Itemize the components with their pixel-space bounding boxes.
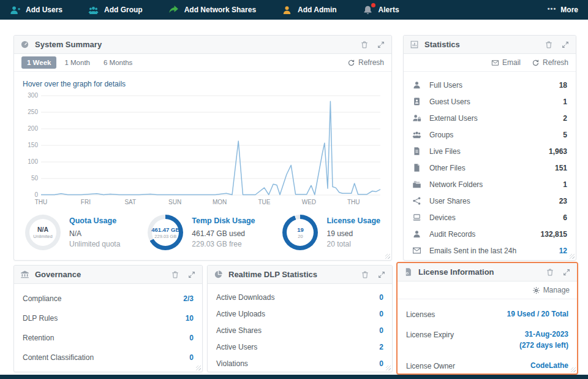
topbar-item[interactable]: Add Admin xyxy=(282,5,337,15)
dlp-value[interactable]: 2 xyxy=(379,343,383,351)
summary-stat-title[interactable]: Temp Disk Usage xyxy=(192,216,255,225)
refresh-button[interactable]: Refresh xyxy=(347,58,384,67)
refresh-button[interactable]: Refresh xyxy=(532,58,568,67)
dlp-label: Active Downloads xyxy=(216,293,274,302)
dlp-value[interactable]: 0 xyxy=(379,293,383,302)
license-label: License Owner xyxy=(406,361,455,370)
stat-row: Full Users 18 xyxy=(404,77,576,93)
dlp-row: Violations 0 xyxy=(208,355,392,372)
topbar-item-label: Add Group xyxy=(104,6,143,14)
expand-icon[interactable] xyxy=(561,40,570,49)
dlp-value[interactable]: 0 xyxy=(379,359,383,368)
license-icon xyxy=(404,267,413,277)
summary-stat-line2: 229.03 GB free xyxy=(192,240,255,248)
stat-label: User Shares xyxy=(429,197,470,205)
email-button[interactable]: Email xyxy=(491,58,521,67)
stat-row: Network Folders 1 xyxy=(404,176,576,193)
mail-icon xyxy=(412,246,421,255)
topbar-item[interactable]: Alerts xyxy=(363,5,399,15)
governance-panel: Governance Compliance 2/3 DLP Rules 10 R… xyxy=(13,265,203,372)
svg-text:100: 100 xyxy=(28,158,38,165)
manage-button[interactable]: Manage xyxy=(532,286,570,294)
governance-label: Content Classification xyxy=(23,353,94,362)
expand-icon[interactable] xyxy=(377,270,386,279)
folders-icon xyxy=(412,180,421,189)
stat-value: 2 xyxy=(563,114,567,123)
trash-icon[interactable] xyxy=(171,270,179,279)
svg-text:150: 150 xyxy=(28,142,38,148)
summary-stat-title[interactable]: Quota Usage xyxy=(69,216,120,225)
system-summary-panel: System Summary 1 Week 1 Month 6 Months R… xyxy=(13,35,392,261)
topbar-item-label: Add Users xyxy=(26,6,62,14)
donut-primary-value: N/A xyxy=(37,226,48,233)
resize-handle[interactable] xyxy=(386,366,391,370)
svg-text:THU: THU xyxy=(347,199,360,205)
stat-value: 6 xyxy=(563,213,567,222)
group-icon xyxy=(412,130,421,139)
license-row: Licenses 19 Used / 20 Total xyxy=(398,304,577,324)
refresh-icon xyxy=(532,59,540,67)
summary-stat-title[interactable]: License Usage xyxy=(326,216,380,225)
governance-value[interactable]: 0 xyxy=(189,353,194,362)
resize-handle[interactable] xyxy=(196,366,201,370)
governance-value[interactable]: 0 xyxy=(189,334,194,342)
license-label: License Expiry xyxy=(406,329,454,339)
summary-stat: N/A Unlimited Quota Usage N/A Unlimited … xyxy=(25,215,120,250)
dlp-value[interactable]: 0 xyxy=(379,326,383,335)
governance-label: Retention xyxy=(23,334,54,342)
tab-1-month[interactable]: 1 Month xyxy=(59,56,96,69)
expand-icon[interactable] xyxy=(562,268,571,277)
ellipsis-icon: ••• xyxy=(548,5,557,12)
panel-header: System Summary xyxy=(14,36,391,54)
activity-line-chart[interactable]: 050100150200250300THUFRISATSUNMONTUEWEDT… xyxy=(23,91,384,209)
panel-header: Statistics xyxy=(404,36,576,54)
stat-label: Guest Users xyxy=(429,98,470,106)
top-navigation-bar: Add Users Add Group Add Network Shares A… xyxy=(0,0,588,20)
governance-value[interactable]: 2/3 xyxy=(183,294,194,303)
resize-handle[interactable] xyxy=(571,367,576,372)
governance-row: Compliance 2/3 xyxy=(14,289,202,308)
user-icon xyxy=(412,229,421,239)
stat-value: 1,963 xyxy=(549,147,567,156)
stat-row: User Shares 23 xyxy=(404,193,576,209)
topbar-item[interactable]: Add Network Shares xyxy=(168,5,256,15)
tab-6-months[interactable]: 6 Months xyxy=(98,56,138,69)
svg-text:MON: MON xyxy=(213,199,227,205)
donut-gauge: N/A Unlimited xyxy=(25,215,61,250)
stat-value: 151 xyxy=(555,164,567,172)
license-value: CodeLathe xyxy=(530,361,568,370)
time-range-tabs: 1 Week 1 Month 6 Months Refresh xyxy=(14,54,391,72)
license-label: Licenses xyxy=(406,309,435,319)
summary-stat-line2: 20 total xyxy=(326,240,380,248)
expand-icon[interactable] xyxy=(187,270,196,279)
trash-icon[interactable] xyxy=(360,40,369,49)
bank-icon xyxy=(20,270,29,279)
svg-text:FRI: FRI xyxy=(81,199,91,205)
license-value: 31-Aug-2023 xyxy=(525,330,568,339)
donut-secondary-value: 229.03 GB xyxy=(154,234,176,239)
topbar-item[interactable]: Add Users xyxy=(10,5,62,15)
pie-icon xyxy=(214,270,223,279)
dlp-row: Active Users 2 xyxy=(208,339,392,355)
stat-label: Full Users xyxy=(429,81,462,90)
topbar-item-label: Add Network Shares xyxy=(184,6,256,14)
governance-value[interactable]: 10 xyxy=(186,314,194,323)
topbar-item[interactable]: Add Group xyxy=(88,5,143,15)
stat-value: 132,815 xyxy=(541,230,567,239)
trash-icon[interactable] xyxy=(361,270,369,279)
svg-text:200: 200 xyxy=(28,125,38,132)
tab-1-week[interactable]: 1 Week xyxy=(21,56,56,69)
dlp-value[interactable]: 0 xyxy=(379,310,383,318)
stat-row: Other Files 151 xyxy=(404,159,576,176)
expand-icon[interactable] xyxy=(377,40,385,49)
resize-handle[interactable] xyxy=(570,254,575,259)
topbar-item-label: Alerts xyxy=(379,6,399,14)
resize-handle[interactable] xyxy=(385,254,390,259)
donut-primary-value: 461.47 GB xyxy=(151,226,179,233)
trash-icon[interactable] xyxy=(545,40,553,49)
dlp-label: Violations xyxy=(216,359,248,368)
stat-label: Emails Sent in the last 24h xyxy=(429,247,516,255)
add-user-icon xyxy=(10,5,20,15)
more-button[interactable]: ••• More xyxy=(548,6,578,14)
trash-icon[interactable] xyxy=(546,268,554,277)
